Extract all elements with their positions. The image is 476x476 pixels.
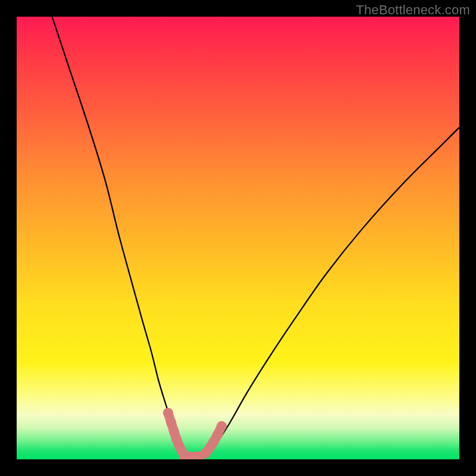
watermark-text: TheBottleneck.com (356, 2, 470, 18)
series-left-curve (52, 17, 183, 453)
curve-layer (17, 17, 459, 459)
marker-right-markers-4 (217, 421, 227, 431)
curve-paths (52, 17, 459, 457)
plot-area (17, 17, 459, 459)
marker-left-markers-0 (163, 408, 173, 418)
chart-frame: TheBottleneck.com (0, 0, 476, 476)
marker-dots (163, 408, 227, 459)
series-right-curve (207, 127, 459, 453)
